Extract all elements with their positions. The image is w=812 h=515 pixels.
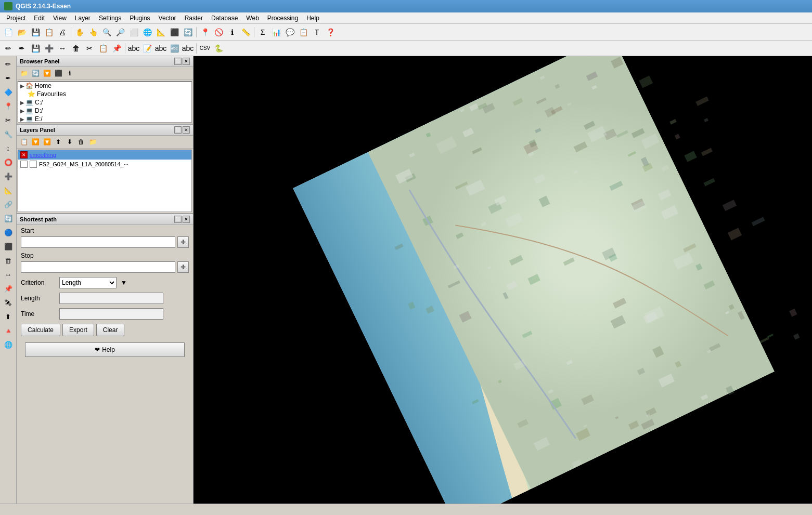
menu-plugins[interactable]: Plugins <box>125 14 154 23</box>
browser-close-btn[interactable]: ✕ <box>183 58 190 65</box>
browser-collapse-btn[interactable]: ⬛ <box>53 68 63 78</box>
browser-refresh-btn[interactable]: 🔄 <box>30 68 41 78</box>
open-project-btn[interactable]: 📂 <box>16 26 28 38</box>
sidebar-merge[interactable]: 🔗 <box>2 197 15 211</box>
export-btn[interactable]: Export <box>62 324 94 336</box>
sidebar-gps[interactable]: 🛰 <box>2 296 15 309</box>
stop-input[interactable] <box>21 261 175 273</box>
calculate-btn[interactable]: Calculate <box>21 324 60 336</box>
label-btn[interactable]: T <box>311 26 323 38</box>
menu-help[interactable]: Help <box>302 14 324 23</box>
menu-database[interactable]: Database <box>207 14 242 23</box>
select-feature-btn[interactable]: 📍 <box>199 26 211 38</box>
menu-layer[interactable]: Layer <box>71 14 95 23</box>
add-feature-btn[interactable]: ➕ <box>43 42 55 55</box>
shortest-float-btn[interactable]: ⬜ <box>174 216 182 223</box>
layers-filter-btn[interactable]: 🔽 <box>30 137 41 147</box>
layers-close-btn[interactable]: ✕ <box>183 126 190 134</box>
cut-features-btn[interactable]: ✂ <box>83 42 96 55</box>
help-btn[interactable]: ❤ Help <box>25 342 185 357</box>
layers-move-up-btn[interactable]: ⬆ <box>53 137 63 147</box>
measure-btn[interactable]: 📏 <box>239 26 252 38</box>
delete-selected-btn[interactable]: 🗑 <box>70 42 82 55</box>
label-tool2-btn[interactable]: 📝 <box>141 42 153 55</box>
tree-home[interactable]: ▶ 🏠 Home <box>18 82 191 90</box>
zoom-full-btn[interactable]: 🌐 <box>141 26 153 38</box>
deselect-btn[interactable]: 🚫 <box>212 26 225 38</box>
save-as-btn[interactable]: 📋 <box>43 26 55 38</box>
layers-add-group-btn[interactable]: 📁 <box>87 137 98 147</box>
layer-raster[interactable]: FS2_G024_MS_L1A_20080514_··· <box>18 160 191 169</box>
sidebar-fill-ring[interactable]: ⬛ <box>2 240 15 253</box>
layer-raster-check[interactable] <box>20 161 28 168</box>
sidebar-node[interactable]: ✒ <box>2 71 15 85</box>
sidebar-simplify[interactable]: 📐 <box>2 183 15 197</box>
menu-processing[interactable]: Processing <box>263 14 302 23</box>
node-tool-btn[interactable]: ✒ <box>16 42 28 55</box>
zoom-selection-btn[interactable]: ⬛ <box>168 26 181 38</box>
print-btn[interactable]: 🖨 <box>56 26 69 38</box>
shortest-close-btn[interactable]: ✕ <box>183 216 190 223</box>
tree-favourites[interactable]: ⭐ Favourites <box>18 90 191 98</box>
layers-filter2-btn[interactable]: 🔽 <box>42 137 52 147</box>
zoom-layer-btn[interactable]: 📐 <box>154 26 167 38</box>
identify-btn[interactable]: ℹ <box>226 26 238 38</box>
browser-filter-btn[interactable]: 🔽 <box>42 68 52 78</box>
browser-add-btn[interactable]: 📁 <box>19 68 29 78</box>
label-tool-btn[interactable]: abc <box>127 42 140 55</box>
sidebar-ring[interactable]: ⭕ <box>2 155 15 169</box>
new-project-btn[interactable]: 📄 <box>2 26 15 38</box>
sidebar-rotate[interactable]: 🔄 <box>2 212 15 225</box>
menu-raster[interactable]: Raster <box>181 14 207 23</box>
layers-move-down-btn[interactable]: ⬇ <box>65 137 75 147</box>
layers-remove-btn[interactable]: 🗑 <box>76 137 86 147</box>
tree-e-drive[interactable]: ▶ 💻 E:/ <box>18 115 191 123</box>
sidebar-reshape[interactable]: 🔧 <box>2 127 15 141</box>
sidebar-pin[interactable]: 📌 <box>2 282 15 295</box>
sidebar-flip[interactable]: ↔ <box>2 268 15 281</box>
clipboard-btn[interactable]: 📋 <box>297 26 310 38</box>
sidebar-move-vertex[interactable]: 🔵 <box>2 226 15 239</box>
tree-d-drive[interactable]: ▶ 💻 D:/ <box>18 107 191 115</box>
label-tool4-btn[interactable]: 🔤 <box>168 42 181 55</box>
sidebar-part[interactable]: ➕ <box>2 169 15 183</box>
sidebar-move2[interactable]: ⬆ <box>2 310 15 323</box>
digitize-btn[interactable]: ✏ <box>2 42 15 55</box>
zoom-in-btn[interactable]: 🔍 <box>100 26 113 38</box>
browser-float-btn[interactable]: ⬜ <box>174 58 182 65</box>
pan-map2-btn[interactable]: 👆 <box>87 26 99 38</box>
statistics-btn[interactable]: Σ <box>256 26 269 38</box>
tips-btn[interactable]: 💬 <box>283 26 296 38</box>
clear-btn[interactable]: Clear <box>96 324 125 336</box>
zoom-out-btn[interactable]: 🔎 <box>114 26 126 38</box>
label-tool5-btn[interactable]: abc <box>182 42 194 55</box>
layer-smoothing[interactable]: ✕ smoothing <box>18 150 191 160</box>
sidebar-select[interactable]: 🔷 <box>2 85 15 99</box>
menu-project[interactable]: Project <box>2 14 30 23</box>
layers-float-btn[interactable]: ⬜ <box>174 126 182 134</box>
sidebar-digitize[interactable]: ✏ <box>2 57 15 71</box>
sidebar-georef[interactable]: 🌐 <box>2 338 15 351</box>
label-tool3-btn[interactable]: abc <box>154 42 167 55</box>
csv-btn[interactable]: CSV <box>199 42 211 55</box>
criterion-select[interactable]: Length Time <box>59 277 117 288</box>
menu-view[interactable]: View <box>49 14 71 23</box>
menu-vector[interactable]: Vector <box>154 14 181 23</box>
start-point-btn[interactable]: ✛ <box>177 236 189 248</box>
menu-settings[interactable]: Settings <box>95 14 125 23</box>
paste-features-btn[interactable]: 📌 <box>110 42 123 55</box>
save-edits-btn[interactable]: 💾 <box>29 42 42 55</box>
sidebar-capture[interactable]: 📍 <box>2 99 15 113</box>
zoom-rubber-btn[interactable]: ⬜ <box>127 26 140 38</box>
chart-btn[interactable]: 📊 <box>270 26 282 38</box>
menu-web[interactable]: Web <box>242 14 263 23</box>
pan-map-btn[interactable]: ✋ <box>73 26 86 38</box>
stop-point-btn[interactable]: ✛ <box>177 261 189 273</box>
layers-open-attr-btn[interactable]: 📋 <box>19 137 29 147</box>
save-project-btn[interactable]: 💾 <box>29 26 42 38</box>
browser-info-btn[interactable]: ℹ <box>65 68 75 78</box>
copy-features-btn[interactable]: 📋 <box>97 42 109 55</box>
start-input[interactable] <box>21 236 175 248</box>
move-feature-btn[interactable]: ↔ <box>56 42 69 55</box>
refresh-btn[interactable]: 🔄 <box>182 26 194 38</box>
